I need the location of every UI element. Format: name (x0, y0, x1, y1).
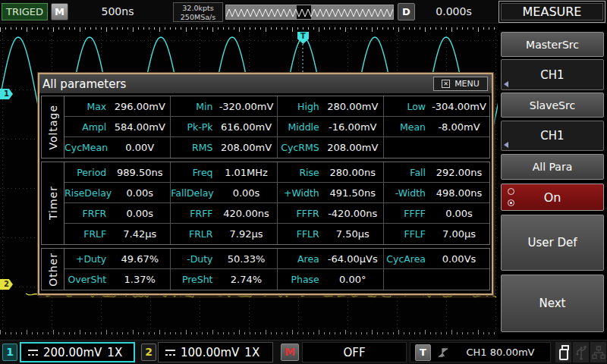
param-row: +Duty49.67%-Duty50.33%Area-64.00µVsCycAr… (64, 249, 489, 269)
param-cell: CycArea0.00Vs (384, 249, 489, 268)
param-value: -64.00µVs (324, 253, 383, 265)
param-value: 0.00s (218, 187, 277, 199)
param-label: Low (384, 101, 430, 112)
param-cell: +Width491.50ns (278, 183, 384, 202)
user-def-button[interactable]: User Def (501, 215, 604, 271)
param-label: CycRMS (278, 142, 324, 153)
param-label: -Duty (171, 253, 217, 265)
dc-coupling-icon (165, 349, 175, 356)
param-value: 0.00s (430, 208, 489, 219)
param-row: OverSht1.37%PreSht2.74%Phase0.00° (64, 269, 489, 290)
ch1-badge[interactable]: 1 (2, 344, 17, 361)
master-src-value: CH1 (540, 68, 564, 82)
param-cell: Fall292.00ns (384, 162, 489, 182)
param-label: CycArea (384, 253, 430, 265)
all-para-state: On (544, 190, 561, 205)
memory-depth: 32.0kpts (174, 4, 222, 13)
bottom-status-bar: 1 200.00mV 1X 2 100.00mV 1X M OFF T CH1 … (0, 340, 607, 364)
section-label: Voltage (42, 96, 64, 158)
param-value: 292.00ns (430, 167, 489, 178)
param-label: PreSht (171, 274, 217, 285)
param-value: 280.00ns (324, 167, 383, 178)
all-para-on-button[interactable]: On (501, 184, 604, 211)
param-value: 491.50ns (324, 187, 383, 199)
slave-src-value: CH1 (540, 129, 564, 143)
param-row: Max296.00mVMin-320.00mVHigh280.00mVLow-3… (64, 96, 489, 117)
param-cell: FRFF420.00ns (171, 203, 277, 223)
horizontal-menu-button[interactable]: M (51, 3, 68, 20)
param-value: 7.92µs (218, 228, 277, 240)
slave-src-value-button[interactable]: CH1 (501, 121, 604, 151)
other-section: Other +Duty49.67%-Duty50.33%Area-64.00µV… (41, 248, 490, 290)
dialog-menu-button[interactable]: ✕ MENU (433, 77, 488, 91)
param-value: -8.00mV (430, 121, 489, 133)
param-cell: CycRMS208.00mV (278, 137, 384, 158)
param-label: FFLR (278, 228, 324, 240)
param-label: RMS (171, 142, 217, 153)
param-label: FFFR (278, 208, 324, 219)
param-label: Max (64, 101, 111, 112)
ch1-scale: 200.00mV (43, 346, 102, 359)
param-value: 1.37% (111, 274, 170, 285)
param-value: 616.00mV (218, 121, 277, 133)
ch2-badge[interactable]: 2 (141, 344, 156, 361)
param-cell: Ampl584.00mV (64, 117, 171, 136)
ch1-scale-box[interactable]: 200.00mV 1X (20, 342, 135, 362)
trigger-badge[interactable]: T (415, 344, 431, 361)
param-value: 7.42µs (111, 228, 170, 240)
usb-host-icon (573, 342, 589, 362)
math-status-box[interactable]: OFF (302, 342, 407, 362)
param-label: RiseDelay (64, 187, 111, 199)
param-cell: Period989.50ns (64, 162, 171, 182)
next-page-button[interactable]: Next (501, 275, 604, 332)
param-value: 208.00mV (324, 142, 383, 153)
param-row: CycMean0.00VRMS208.00mVCycRMS208.00mV (64, 137, 489, 158)
param-value: 208.00mV (218, 142, 277, 153)
timer-rows: Period989.50nsFreq1.01MHzRise280.00nsFal… (64, 162, 489, 244)
ch2-probe: 1X (244, 346, 259, 359)
ch2-scale: 100.00mV (181, 346, 239, 359)
param-label: Middle (278, 121, 324, 133)
param-cell (384, 269, 489, 290)
all-para-button[interactable]: All Para (501, 154, 604, 180)
param-value: -304.00mV (430, 101, 489, 112)
delay-button[interactable]: D (398, 3, 415, 20)
param-label: OverSht (64, 274, 111, 285)
param-label: CycMean (64, 142, 111, 153)
slave-src-button[interactable]: SlaveSrc (501, 93, 604, 118)
master-src-button[interactable]: MasterSrc (501, 32, 604, 57)
radio-off-icon (508, 188, 514, 195)
timebase-readout: 500ns (76, 5, 159, 17)
param-label: FRLR (171, 228, 217, 240)
param-cell: CycMean0.00V (64, 137, 171, 158)
radio-on-icon (508, 199, 514, 206)
master-src-value-button[interactable]: CH1 (501, 59, 604, 90)
param-value: 420.00ns (218, 208, 277, 219)
param-label: Fall (384, 167, 430, 178)
param-label: -Width (384, 187, 430, 199)
param-cell: +Duty49.67% (64, 249, 171, 268)
param-cell: FFLF7.00µs (384, 224, 489, 244)
param-cell: Rise280.00ns (278, 162, 384, 182)
section-label: Other (42, 249, 64, 290)
trigger-status-badge: TRIGED (2, 3, 48, 20)
measure-menu-title: MEASURE (498, 1, 605, 23)
param-cell: FRFR0.00s (64, 203, 171, 223)
ch2-scale-box[interactable]: 100.00mV 1X (158, 342, 273, 362)
oscilloscope-screen: TRIGED M 500ns 32.0kpts 250MSa/s D 0.000… (0, 0, 607, 364)
param-value: 2.74% (218, 274, 277, 285)
param-value: 50.33% (218, 253, 277, 265)
param-cell: FallDelay0.00s (171, 183, 277, 202)
param-cell: Area-64.00µVs (278, 249, 384, 268)
voltage-section: Voltage Max296.00mVMin-320.00mVHigh280.0… (41, 96, 490, 158)
param-cell: RiseDelay0.00s (64, 183, 171, 202)
math-badge[interactable]: M (281, 344, 299, 361)
param-row: RiseDelay0.00sFallDelay0.00s+Width491.50… (64, 183, 489, 203)
param-cell: Low-304.00mV (384, 96, 489, 116)
waveform-overview-bar[interactable] (225, 5, 394, 20)
param-cell: High280.00mV (278, 96, 384, 116)
section-label: Timer (42, 162, 64, 244)
param-cell: Freq1.01MHz (171, 162, 277, 182)
param-value: 0.00s (111, 187, 170, 199)
trigger-status-box[interactable]: T CH1 80.00mV (410, 342, 551, 362)
